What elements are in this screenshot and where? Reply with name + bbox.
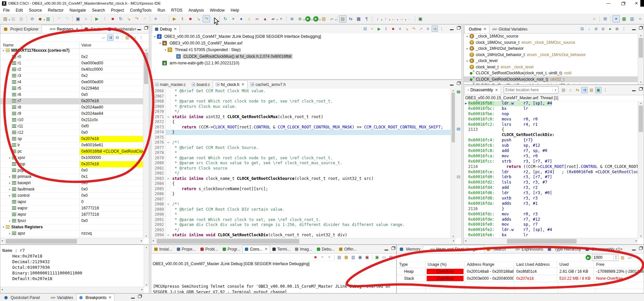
- menu-item[interactable]: Help: [228, 7, 242, 13]
- disassembly-row[interactable]: 0x60016fc6: sub sp, #12: [464, 143, 638, 148]
- code-line[interactable]: 2094 static inline void CLOCK_SetRootClo…: [151, 233, 456, 238]
- fold-marker-icon[interactable]: [166, 217, 171, 223]
- register-row[interactable]: r4 0xe000ed00: [0, 79, 143, 86]
- save-button[interactable]: ▦: [10, 15, 17, 23]
- open-console-button[interactable]: ▣: [74, 15, 82, 23]
- expand-arrow-icon[interactable]: ▾: [163, 48, 168, 51]
- disassembly-row[interactable]: 0x60016fc4: push {r7}: [464, 138, 638, 143]
- heap-stack-row[interactable]: Stack Overflow 0x2003e000 - 0x20040000 0…: [397, 275, 644, 282]
- disassembly-row[interactable]: CLOCK_GetRootClockDiv:: [464, 132, 638, 138]
- tab-debug[interactable]: Debug✕: [152, 25, 180, 33]
- code-line[interactable]: 2086 }: [151, 191, 456, 197]
- view-tab[interactable]: Progr...✕: [220, 245, 243, 253]
- step-return-button[interactable]: ↗: [141, 15, 148, 23]
- fold-marker-icon[interactable]: [166, 176, 171, 182]
- fold-marker-icon[interactable]: [166, 202, 171, 207]
- fold-marker-icon[interactable]: [166, 119, 171, 125]
- perspective-chip-button[interactable]: ▦: [620, 15, 628, 23]
- register-row[interactable]: r7 0x207e18: [0, 98, 143, 105]
- expand-arrow-icon[interactable]: ▾: [1, 224, 6, 230]
- word-wrap-toggle[interactable]: ▥: [350, 254, 356, 261]
- home-button[interactable]: ⌂: [246, 15, 253, 23]
- code-line[interactable]: 2068 * @param root Which root clock node…: [151, 99, 456, 104]
- fold-marker-icon[interactable]: [166, 125, 171, 130]
- editor-tab[interactable]: .h cachel1_armv7.h✕: [248, 80, 289, 89]
- column-name[interactable]: Name: [0, 42, 79, 48]
- outline-item[interactable]: CLOCK_GetRootClockSource(clock_root_t, u…: [464, 82, 638, 84]
- outline-item[interactable]: T clock_level_t : enum _clock_level: [464, 64, 638, 70]
- fold-marker-icon[interactable]: [166, 228, 171, 233]
- open-new-view-button[interactable]: ▤: [619, 255, 626, 261]
- fold-marker-icon[interactable]: [166, 156, 171, 161]
- expand-arrow-icon[interactable]: ▸: [8, 187, 12, 192]
- expand-arrow-icon[interactable]: [8, 98, 12, 104]
- minimize-view-icon[interactable]: [450, 85, 454, 86]
- fold-marker-icon[interactable]: [166, 181, 171, 187]
- expand-arrow-icon[interactable]: ▸: [465, 59, 469, 62]
- show-stderr-toggle[interactable]: ▣: [364, 254, 370, 261]
- delete-launch-button[interactable]: ×: [277, 15, 285, 23]
- code-line[interactable]: 2092 * @param div Clock div value to set…: [151, 222, 456, 228]
- disassembly-row[interactable]: 0x60016fc2: lsrs r4, r1: [464, 122, 638, 127]
- code-line[interactable]: 2083 static inline clock_name_t CLOCK_Ge…: [151, 176, 456, 182]
- fold-marker-icon[interactable]: [166, 166, 171, 171]
- expand-arrow-icon[interactable]: ▸: [8, 174, 12, 180]
- code-line[interactable]: 2075: [151, 135, 456, 140]
- fold-marker-icon[interactable]: [166, 233, 171, 238]
- view-tab[interactable]: Memory✕: [397, 245, 423, 253]
- close-tab-icon[interactable]: ✕: [264, 247, 267, 251]
- collapse-all-button[interactable]: ⊟: [362, 26, 368, 32]
- maximize-view-icon[interactable]: [138, 295, 141, 298]
- pin-view-toggle[interactable]: ▣: [595, 87, 602, 93]
- clear-console-button[interactable]: ▤: [336, 254, 342, 261]
- hide-non-public-toggle[interactable]: ●: [607, 26, 613, 32]
- disassembly-row[interactable]: ▶ 0x60016fb8: ldr.w r7, [sp], #4: [464, 101, 638, 106]
- autostep-toggle[interactable]: ⇉: [432, 26, 438, 32]
- register-row[interactable]: r10 0x211c0c: [0, 117, 143, 123]
- hide-fields-toggle[interactable]: ⊘: [593, 26, 599, 32]
- register-row[interactable]: ▾ MIMXRT1176xxxxx (cortex-m7): [0, 48, 143, 54]
- spinner-up-icon[interactable]: ▲: [614, 255, 618, 257]
- register-row[interactable]: psp 0x0: [0, 168, 143, 174]
- register-row[interactable]: r1 0xe000ed00: [0, 60, 143, 67]
- registers-vscrollbar[interactable]: ▴▾: [143, 48, 149, 238]
- resume-button[interactable]: ▶: [376, 26, 382, 32]
- editor-hscrollbar[interactable]: ◂▸: [151, 238, 456, 244]
- expand-arrow-icon[interactable]: ▾: [1, 48, 6, 54]
- register-row[interactable]: iapsr 0: [0, 199, 143, 205]
- code-line[interactable]: 2080 * @param src Clock mux value to get…: [151, 161, 456, 166]
- code-line[interactable]: 2081 * @return Clock source: [151, 166, 456, 171]
- restart-button[interactable]: ↻: [117, 15, 124, 23]
- register-row[interactable]: ▸ apsr nzcvq: [0, 231, 143, 237]
- view-menu-icon[interactable]: ⋮: [621, 26, 627, 32]
- view-tab[interactable]: Termi...✕: [270, 245, 293, 253]
- detail-vscrollbar[interactable]: ▴▾: [144, 245, 149, 287]
- view-tab[interactable]: Prope...✕: [175, 245, 198, 253]
- fold-marker-icon[interactable]: [166, 114, 171, 120]
- scroll-lock-toggle[interactable]: ▦: [343, 254, 349, 261]
- trace-step-over-button[interactable]: ↷: [203, 15, 210, 23]
- code-line[interactable]: 2069 * @return Clock mux value.: [151, 104, 456, 110]
- pin-console-toggle[interactable]: ▣: [374, 254, 380, 261]
- outline-item[interactable]: CLOCK_SetRootClockMux(clock_root_t, uint…: [464, 70, 638, 76]
- disassembly-row[interactable]: 0x60016fd0: ldrb r3, [r7, #7]: [464, 175, 638, 180]
- view-tab[interactable]: Peripherals+✕: [105, 25, 140, 33]
- expand-arrow-icon[interactable]: [8, 205, 12, 211]
- menu-item[interactable]: Navigate: [67, 7, 89, 13]
- menu-item[interactable]: Search: [89, 7, 108, 13]
- expand-arrow-icon[interactable]: [8, 73, 12, 79]
- close-tab-icon[interactable]: ✕: [483, 27, 486, 31]
- edit-register-group-button[interactable]: ▭: [131, 35, 137, 41]
- expand-arrow-icon[interactable]: ▸: [8, 231, 12, 237]
- remove-all-launches-button[interactable]: ×: [326, 254, 332, 261]
- code-line[interactable]: 2078 *: [151, 150, 456, 156]
- disassembly-row[interactable]: 0x60016fd2: lsls r3, r3, #7: [464, 180, 638, 185]
- collapse-all-button[interactable]: ⊟: [579, 26, 585, 32]
- fold-marker-icon[interactable]: [166, 207, 171, 212]
- view-menu-icon[interactable]: ⋮: [602, 87, 608, 93]
- code-line[interactable]: 2093 */: [151, 228, 456, 233]
- code-line[interactable]: 2070 */: [151, 109, 456, 114]
- disassembly-row[interactable]: 0x60016fdc: mov r0, r3: [464, 212, 638, 217]
- trace-suspend-button[interactable]: ‖: [179, 15, 186, 23]
- show-source-toggle[interactable]: ▤: [560, 87, 567, 93]
